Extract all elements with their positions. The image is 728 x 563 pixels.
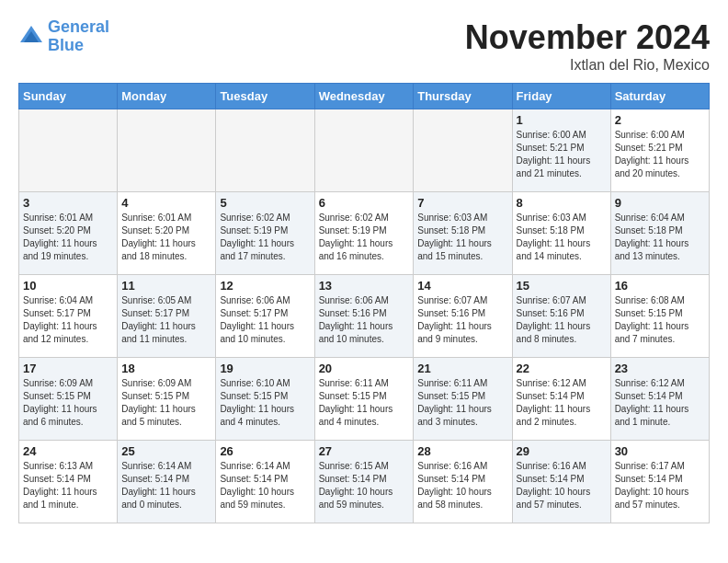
logo-text: General Blue: [48, 18, 109, 55]
calendar-cell: 18Sunrise: 6:09 AMSunset: 5:15 PMDayligh…: [118, 358, 216, 441]
day-info: Sunrise: 6:14 AMSunset: 5:14 PMDaylight:…: [220, 460, 310, 511]
weekday-header-friday: Friday: [512, 84, 610, 109]
calendar-cell: 15Sunrise: 6:07 AMSunset: 5:16 PMDayligh…: [512, 275, 610, 358]
calendar-cell: 28Sunrise: 6:16 AMSunset: 5:14 PMDayligh…: [414, 441, 512, 523]
day-number: 17: [23, 362, 113, 375]
day-info: Sunrise: 6:08 AMSunset: 5:15 PMDaylight:…: [615, 294, 705, 346]
logo-line2: Blue: [48, 36, 84, 54]
calendar-cell: 13Sunrise: 6:06 AMSunset: 5:16 PMDayligh…: [314, 275, 414, 358]
calendar-cell: 12Sunrise: 6:06 AMSunset: 5:17 PMDayligh…: [216, 275, 314, 358]
weekday-header-wednesday: Wednesday: [314, 84, 414, 109]
day-number: 9: [615, 196, 705, 210]
calendar-cell: [414, 109, 512, 192]
day-number: 8: [517, 196, 607, 210]
calendar-cell: 27Sunrise: 6:15 AMSunset: 5:14 PMDayligh…: [314, 441, 414, 523]
day-info: Sunrise: 6:16 AMSunset: 5:14 PMDaylight:…: [517, 460, 607, 511]
day-info: Sunrise: 6:07 AMSunset: 5:16 PMDaylight:…: [417, 294, 507, 346]
calendar-cell: 26Sunrise: 6:14 AMSunset: 5:14 PMDayligh…: [216, 441, 314, 523]
day-number: 4: [121, 196, 211, 210]
calendar-week-4: 17Sunrise: 6:09 AMSunset: 5:15 PMDayligh…: [19, 358, 710, 441]
day-number: 22: [517, 362, 607, 375]
weekday-header-saturday: Saturday: [610, 84, 709, 109]
calendar-cell: 8Sunrise: 6:03 AMSunset: 5:18 PMDaylight…: [512, 192, 610, 275]
day-number: 27: [319, 444, 410, 458]
day-number: 5: [220, 196, 310, 210]
calendar-cell: 30Sunrise: 6:17 AMSunset: 5:14 PMDayligh…: [610, 441, 709, 523]
calendar-cell: 20Sunrise: 6:11 AMSunset: 5:15 PMDayligh…: [314, 358, 414, 441]
calendar-cell: 24Sunrise: 6:13 AMSunset: 5:14 PMDayligh…: [19, 441, 118, 523]
day-info: Sunrise: 6:02 AMSunset: 5:19 PMDaylight:…: [220, 212, 310, 263]
calendar-cell: 9Sunrise: 6:04 AMSunset: 5:18 PMDaylight…: [610, 192, 709, 275]
calendar-week-2: 3Sunrise: 6:01 AMSunset: 5:20 PMDaylight…: [19, 192, 710, 275]
day-number: 18: [121, 362, 211, 375]
calendar-table: SundayMondayTuesdayWednesdayThursdayFrid…: [18, 83, 710, 523]
location-subtitle: Ixtlan del Rio, Mexico: [465, 57, 710, 74]
day-info: Sunrise: 6:07 AMSunset: 5:16 PMDaylight:…: [517, 294, 607, 346]
calendar-cell: 6Sunrise: 6:02 AMSunset: 5:19 PMDaylight…: [314, 192, 414, 275]
day-number: 10: [23, 279, 113, 293]
day-number: 12: [220, 279, 310, 293]
calendar-cell: 23Sunrise: 6:12 AMSunset: 5:14 PMDayligh…: [610, 358, 709, 441]
weekday-header-thursday: Thursday: [414, 84, 512, 109]
calendar-cell: 3Sunrise: 6:01 AMSunset: 5:20 PMDaylight…: [19, 192, 118, 275]
day-number: 7: [417, 196, 507, 210]
day-info: Sunrise: 6:03 AMSunset: 5:18 PMDaylight:…: [417, 212, 507, 263]
day-number: 13: [319, 279, 410, 293]
calendar-cell: 17Sunrise: 6:09 AMSunset: 5:15 PMDayligh…: [19, 358, 118, 441]
day-info: Sunrise: 6:12 AMSunset: 5:14 PMDaylight:…: [615, 377, 705, 429]
calendar-cell: 7Sunrise: 6:03 AMSunset: 5:18 PMDaylight…: [414, 192, 512, 275]
day-info: Sunrise: 6:00 AMSunset: 5:21 PMDaylight:…: [517, 129, 607, 180]
logo-icon: [18, 24, 44, 50]
day-number: 16: [615, 279, 705, 293]
day-number: 14: [417, 279, 507, 293]
day-info: Sunrise: 6:09 AMSunset: 5:15 PMDaylight:…: [121, 377, 211, 429]
day-number: 1: [517, 113, 607, 127]
day-info: Sunrise: 6:00 AMSunset: 5:21 PMDaylight:…: [615, 129, 705, 180]
day-number: 25: [121, 444, 211, 458]
calendar-cell: 5Sunrise: 6:02 AMSunset: 5:19 PMDaylight…: [216, 192, 314, 275]
day-number: 23: [615, 362, 705, 375]
day-number: 2: [615, 113, 705, 127]
calendar-cell: 11Sunrise: 6:05 AMSunset: 5:17 PMDayligh…: [118, 275, 216, 358]
calendar-cell: [216, 109, 314, 192]
day-number: 20: [319, 362, 410, 375]
day-info: Sunrise: 6:10 AMSunset: 5:15 PMDaylight:…: [220, 377, 310, 429]
day-number: 21: [417, 362, 507, 375]
calendar-cell: 14Sunrise: 6:07 AMSunset: 5:16 PMDayligh…: [414, 275, 512, 358]
day-info: Sunrise: 6:05 AMSunset: 5:17 PMDaylight:…: [121, 294, 211, 346]
day-number: 30: [615, 444, 705, 458]
day-info: Sunrise: 6:06 AMSunset: 5:17 PMDaylight:…: [220, 294, 310, 346]
calendar-cell: 29Sunrise: 6:16 AMSunset: 5:14 PMDayligh…: [512, 441, 610, 523]
weekday-header-row: SundayMondayTuesdayWednesdayThursdayFrid…: [19, 84, 710, 109]
calendar-cell: [118, 109, 216, 192]
day-info: Sunrise: 6:02 AMSunset: 5:19 PMDaylight:…: [319, 212, 410, 263]
calendar-cell: 4Sunrise: 6:01 AMSunset: 5:20 PMDaylight…: [118, 192, 216, 275]
day-info: Sunrise: 6:01 AMSunset: 5:20 PMDaylight:…: [23, 212, 113, 263]
day-info: Sunrise: 6:04 AMSunset: 5:18 PMDaylight:…: [615, 212, 705, 263]
day-info: Sunrise: 6:06 AMSunset: 5:16 PMDaylight:…: [319, 294, 410, 346]
page-header: General Blue November 2024 Ixtlan del Ri…: [18, 18, 710, 74]
weekday-header-sunday: Sunday: [19, 84, 118, 109]
day-info: Sunrise: 6:14 AMSunset: 5:14 PMDaylight:…: [121, 460, 211, 511]
logo-line1: General: [48, 17, 109, 36]
day-info: Sunrise: 6:12 AMSunset: 5:14 PMDaylight:…: [517, 377, 607, 429]
calendar-cell: 2Sunrise: 6:00 AMSunset: 5:21 PMDaylight…: [610, 109, 709, 192]
calendar-cell: 25Sunrise: 6:14 AMSunset: 5:14 PMDayligh…: [118, 441, 216, 523]
day-number: 3: [23, 196, 113, 210]
day-info: Sunrise: 6:11 AMSunset: 5:15 PMDaylight:…: [417, 377, 507, 429]
day-number: 6: [319, 196, 410, 210]
calendar-cell: 21Sunrise: 6:11 AMSunset: 5:15 PMDayligh…: [414, 358, 512, 441]
day-number: 26: [220, 444, 310, 458]
day-info: Sunrise: 6:09 AMSunset: 5:15 PMDaylight:…: [23, 377, 113, 429]
calendar-cell: 19Sunrise: 6:10 AMSunset: 5:15 PMDayligh…: [216, 358, 314, 441]
weekday-header-tuesday: Tuesday: [216, 84, 314, 109]
day-info: Sunrise: 6:15 AMSunset: 5:14 PMDaylight:…: [319, 460, 410, 511]
day-info: Sunrise: 6:11 AMSunset: 5:15 PMDaylight:…: [319, 377, 410, 429]
month-title: November 2024: [465, 18, 710, 57]
calendar-cell: [19, 109, 118, 192]
weekday-header-monday: Monday: [118, 84, 216, 109]
calendar-week-1: 1Sunrise: 6:00 AMSunset: 5:21 PMDaylight…: [19, 109, 710, 192]
calendar-week-5: 24Sunrise: 6:13 AMSunset: 5:14 PMDayligh…: [19, 441, 710, 523]
day-info: Sunrise: 6:04 AMSunset: 5:17 PMDaylight:…: [23, 294, 113, 346]
logo: General Blue: [18, 18, 109, 55]
